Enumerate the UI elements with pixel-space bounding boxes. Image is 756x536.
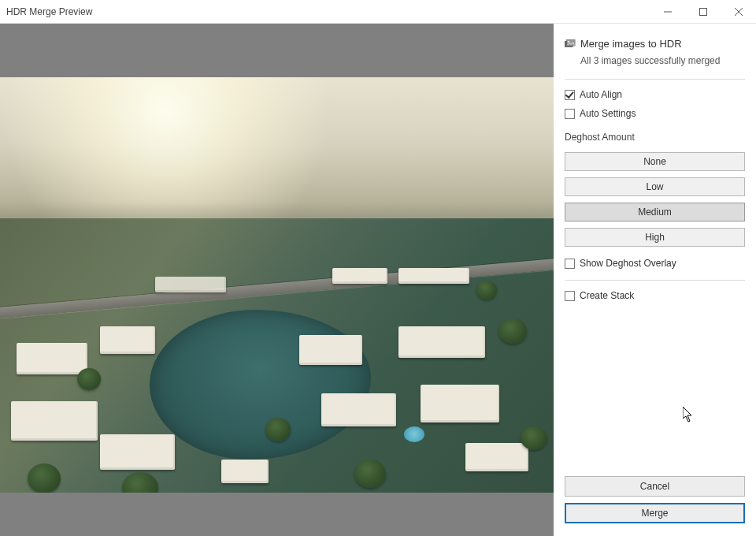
preview-area xyxy=(0,24,554,536)
window-buttons xyxy=(650,0,756,23)
image-stack-icon xyxy=(565,38,576,50)
preview-matte-top xyxy=(0,24,554,77)
divider xyxy=(565,280,745,281)
main-area: Merge images to HDR All 3 images success… xyxy=(0,24,756,536)
divider xyxy=(565,79,745,80)
svg-point-6 xyxy=(568,41,569,43)
show-deghost-overlay-label: Show Deghost Overlay xyxy=(580,258,676,269)
panel-subheading: All 3 images successfully merged xyxy=(580,55,745,66)
show-deghost-overlay-checkbox[interactable]: Show Deghost Overlay xyxy=(565,258,745,269)
panel-heading-text: Merge images to HDR xyxy=(580,38,682,50)
create-stack-checkbox[interactable]: Create Stack xyxy=(565,290,745,301)
maximize-button[interactable] xyxy=(685,0,721,23)
auto-settings-label: Auto Settings xyxy=(580,108,636,119)
hdr-preview-image[interactable] xyxy=(0,77,554,493)
close-button[interactable] xyxy=(721,0,756,23)
window-title: HDR Merge Preview xyxy=(6,6,92,17)
minimize-button[interactable] xyxy=(650,0,685,23)
deghost-option-none[interactable]: None xyxy=(565,152,745,171)
checkbox-icon xyxy=(565,291,575,301)
auto-align-label: Auto Align xyxy=(580,89,622,100)
checkbox-icon xyxy=(565,259,575,269)
titlebar: HDR Merge Preview xyxy=(0,0,756,24)
options-panel: Merge images to HDR All 3 images success… xyxy=(554,24,756,536)
deghost-option-high[interactable]: High xyxy=(565,228,745,247)
checkbox-icon xyxy=(565,109,575,119)
svg-rect-1 xyxy=(699,8,706,15)
checkbox-icon xyxy=(565,90,575,100)
cancel-button[interactable]: Cancel xyxy=(565,476,745,497)
deghost-label: Deghost Amount xyxy=(565,132,745,143)
auto-align-checkbox[interactable]: Auto Align xyxy=(565,89,745,100)
create-stack-label: Create Stack xyxy=(580,290,634,301)
deghost-option-low[interactable]: Low xyxy=(565,177,745,196)
merge-button[interactable]: Merge xyxy=(565,503,745,523)
deghost-option-medium[interactable]: Medium xyxy=(565,203,745,221)
auto-settings-checkbox[interactable]: Auto Settings xyxy=(565,108,745,119)
panel-heading: Merge images to HDR xyxy=(565,38,745,54)
preview-matte-bottom xyxy=(0,493,554,536)
